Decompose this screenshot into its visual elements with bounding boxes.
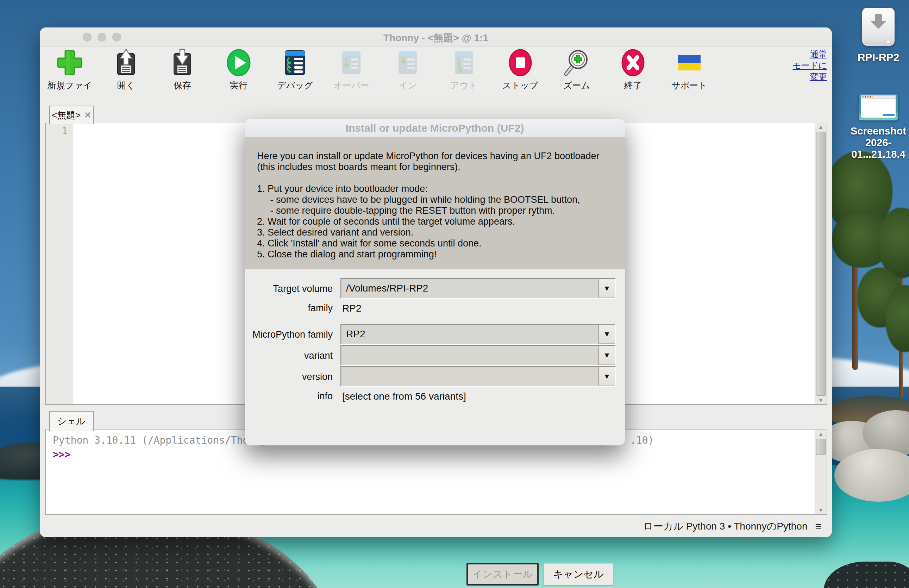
- mode-link-line: モードに: [793, 60, 827, 71]
- support-button[interactable]: サポート: [667, 48, 712, 91]
- zoom-icon: [563, 48, 591, 77]
- combobox-value: [341, 367, 598, 386]
- step-into-button[interactable]: イン: [385, 48, 431, 91]
- stop-icon: [506, 48, 534, 77]
- toolbar-item-label: デバッグ: [277, 79, 313, 91]
- save-icon: [168, 48, 197, 77]
- new-file-icon: [56, 48, 84, 77]
- toolbar-item-label: イン: [399, 79, 417, 91]
- pine-trees: [825, 152, 909, 405]
- step-over-icon: [337, 48, 365, 77]
- screenshot-thumbnail: [859, 94, 898, 120]
- shell-scrollbar[interactable]: ▲ ▼: [815, 430, 827, 514]
- close-icon[interactable]: ✕: [84, 110, 91, 120]
- install-button[interactable]: インストール: [467, 563, 539, 586]
- instruction-line: Here you can install or update MicroPyth…: [257, 151, 599, 162]
- instruction-line: 4. Click 'Install' and wait for some sec…: [257, 238, 599, 249]
- desktop-icon-label: RPI-RP2: [852, 52, 905, 63]
- instruction-line: - some require double-tapping the RESET …: [257, 205, 599, 216]
- field-label: version: [302, 372, 333, 382]
- micropython-family-combobox[interactable]: RP2 ▼: [341, 324, 616, 344]
- open-file-icon: [112, 48, 140, 77]
- quit-button[interactable]: 終了: [610, 48, 656, 91]
- combobox-value: RP2: [341, 325, 598, 344]
- toolbar-item-label: 実行: [230, 79, 247, 91]
- dropdown-arrow-icon[interactable]: ▼: [598, 367, 615, 386]
- dropdown-arrow-icon[interactable]: ▼: [598, 325, 615, 344]
- target-volume-combobox[interactable]: /Volumes/RPI-RP2 ▼: [341, 278, 616, 299]
- field-label: MicroPython family: [252, 329, 333, 340]
- switch-to-regular-mode-link[interactable]: 通常 モードに 変更: [793, 48, 827, 82]
- toolbar-item-label: サポート: [672, 79, 707, 91]
- zoom-button[interactable]: ズーム: [554, 48, 599, 91]
- toolbar-item-label: ストップ: [502, 79, 538, 91]
- toolbar-item-label: 開く: [117, 79, 135, 91]
- field-label: Target volume: [273, 283, 333, 294]
- window-title: Thonny - <無題> @ 1:1: [40, 31, 832, 45]
- instruction-line: [257, 173, 599, 183]
- dialog-instructions: Here you can install or update MicroPyth…: [245, 137, 625, 269]
- scrollbar-thumb[interactable]: [816, 132, 825, 396]
- variant-combobox[interactable]: ▼: [341, 345, 616, 365]
- field-label: info: [317, 391, 333, 402]
- line-number: 1: [62, 125, 68, 136]
- toolbar: 新規ファイ 開く 保存: [47, 48, 712, 91]
- toolbar-item-label: 終了: [624, 79, 642, 91]
- dropdown-arrow-icon[interactable]: ▼: [598, 279, 615, 298]
- toolbar-item-label: ズーム: [563, 79, 590, 91]
- shell-tab-label: シェル: [57, 415, 86, 427]
- toolbar-item-label: オーバー: [333, 79, 369, 91]
- combobox-value: /Volumes/RPI-RP2: [341, 279, 598, 298]
- menu-icon[interactable]: ≡: [815, 520, 821, 532]
- cancel-button[interactable]: キャンセル: [543, 563, 614, 586]
- run-icon: [224, 48, 253, 77]
- dialog-form: Target volume /Volumes/RPI-RP2 ▼ family …: [245, 269, 625, 446]
- scrollbar-thumb[interactable]: [816, 439, 825, 455]
- dialog-title: Install or update MicroPython (UF2): [346, 122, 524, 134]
- window-titlebar: Thonny - <無題> @ 1:1: [40, 27, 832, 47]
- scroll-down-arrow[interactable]: ▼: [815, 506, 827, 514]
- dropdown-arrow-icon[interactable]: ▼: [598, 346, 615, 365]
- toolbar-item-label: 保存: [174, 79, 191, 91]
- shell-tab[interactable]: シェル: [49, 411, 94, 431]
- granite-boulders: [820, 389, 909, 498]
- desktop-icon-screenshot[interactable]: Screenshot 2026-01...21.18.4: [849, 94, 907, 160]
- instruction-line: 1. Put your device into bootloader mode:: [257, 183, 599, 194]
- debug-button[interactable]: デバッグ: [272, 48, 318, 91]
- toolbar-item-label: 新規ファイ: [47, 79, 92, 91]
- editor-tab-label: <無題>: [52, 109, 81, 121]
- shell-banner-text: .10): [630, 435, 654, 446]
- scroll-up-arrow[interactable]: ▲: [815, 430, 827, 438]
- mode-link-line: 変更: [793, 71, 827, 82]
- run-button[interactable]: 実行: [216, 48, 262, 91]
- editor-tab-untitled[interactable]: <無題> ✕: [49, 106, 94, 124]
- desktop-icon-label-line1: Screenshot: [849, 125, 907, 137]
- debug-icon: [281, 48, 309, 77]
- quit-icon: [619, 48, 647, 77]
- field-label: variant: [304, 351, 333, 361]
- open-file-button[interactable]: 開く: [103, 48, 149, 91]
- new-file-button[interactable]: 新規ファイ: [47, 48, 93, 91]
- scroll-up-arrow[interactable]: ▲: [815, 123, 827, 131]
- screen: RPI-RP2 Screenshot 2026-01...21.18.4: [0, 0, 909, 588]
- shell-banner-text: Python 3.10.11 (/Applications/Thonny: [53, 435, 266, 446]
- instruction-line: 5. Close the dialog and start programmin…: [257, 249, 599, 260]
- step-out-button[interactable]: アウト: [441, 48, 487, 91]
- interpreter-status[interactable]: ローカル Python 3 • ThonnyのPython: [643, 520, 807, 533]
- editor-scrollbar[interactable]: ▲ ▼: [815, 123, 827, 404]
- mode-link-line: 通常: [793, 48, 827, 60]
- instruction-line: 2. Wait for couple of seconds until the …: [257, 216, 599, 227]
- version-combobox[interactable]: ▼: [341, 366, 616, 387]
- save-button[interactable]: 保存: [160, 48, 205, 91]
- instruction-line: (this includes most boards meant for beg…: [257, 162, 599, 173]
- desktop-icon-rpi-rp2[interactable]: RPI-RP2: [852, 8, 905, 63]
- step-into-icon: [394, 48, 422, 77]
- stop-button[interactable]: ストップ: [497, 48, 543, 91]
- step-over-button[interactable]: オーバー: [328, 48, 374, 91]
- uf2-install-dialog: Install or update MicroPython (UF2) Here…: [245, 119, 625, 446]
- line-number-gutter: 1: [46, 123, 73, 404]
- shell-prompt: >>>: [53, 449, 71, 460]
- scroll-down-arrow[interactable]: ▼: [815, 396, 827, 404]
- instruction-line: - some devices have to be plugged in whi…: [257, 194, 599, 205]
- drive-icon: [862, 8, 894, 46]
